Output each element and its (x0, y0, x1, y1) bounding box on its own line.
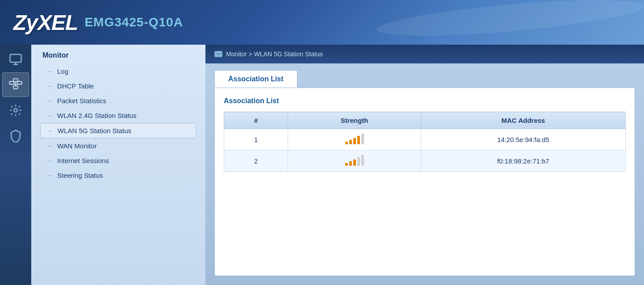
arrow-icon: → (47, 83, 52, 89)
svg-rect-12 (216, 52, 221, 56)
col-header-mac: MAC Address (421, 112, 626, 129)
table-section-title: Association List (224, 97, 626, 105)
gear-icon (9, 104, 22, 117)
sidebar-item-label: WAN Monitor (57, 142, 97, 150)
monitor-icon (9, 53, 22, 66)
cell-num: 2 (224, 151, 288, 172)
cell-mac: f0:18:98:2e:71:b7 (421, 151, 626, 172)
sidebar-item-packet-statistics[interactable]: → Packet Statistics (40, 93, 197, 108)
sidebar-icon-security[interactable] (2, 123, 29, 148)
sidebar-item-label: Packet Statistics (57, 97, 106, 105)
cell-num: 1 (224, 129, 288, 151)
arrow-icon: → (47, 128, 53, 134)
monitor-small-icon (215, 52, 222, 56)
arrow-icon: → (47, 98, 52, 104)
col-header-strength: Strength (288, 112, 421, 129)
sidebar-item-wlan5g[interactable]: → WLAN 5G Station Status (40, 123, 197, 138)
table-wrapper: Association List # Strength MAC Address … (214, 88, 635, 276)
logo-area: ZyXEL EMG3425-Q10A (13, 10, 183, 35)
sidebar-item-label: Log (57, 67, 68, 75)
arrow-icon: → (47, 113, 52, 119)
breadcrumb-icon (214, 51, 222, 57)
breadcrumb-text: Monitor > WLAN 5G Station Status (226, 50, 323, 58)
sidebar-icon-network[interactable] (2, 72, 29, 97)
col-header-num: # (224, 112, 288, 129)
sidebar-item-label: Internet Sessions (57, 157, 109, 164)
table-row: 114:20:5e:94:fa:d5 (224, 129, 626, 151)
sidebar-item-label: Steering Status (57, 172, 103, 179)
nav-section-title: Monitor (40, 51, 197, 59)
sidebar-item-steering-status[interactable]: → Steering Status (40, 168, 197, 183)
shield-icon (9, 129, 22, 142)
arrow-icon: → (47, 68, 52, 75)
cell-strength (288, 129, 421, 151)
signal-bars (345, 155, 364, 166)
svg-rect-6 (13, 86, 18, 88)
signal-bars (345, 134, 364, 144)
cell-mac: 14:20:5e:94:fa:d5 (421, 129, 626, 151)
table-row: 2f0:18:98:2e:71:b7 (224, 151, 626, 172)
sidebar-icon-settings[interactable] (2, 98, 29, 122)
svg-rect-4 (13, 79, 18, 81)
association-table: # Strength MAC Address 114:20:5e:94:fa:d… (224, 112, 626, 172)
svg-point-11 (14, 109, 17, 112)
content-area: Monitor > WLAN 5G Station Status Associa… (205, 45, 644, 285)
sidebar-item-label: DHCP Table (57, 82, 94, 90)
sidebar-item-dhcp-table[interactable]: → DHCP Table (40, 79, 197, 93)
sidebar-item-label: WLAN 2.4G Station Status (57, 112, 137, 119)
tab-container: Association List (205, 63, 644, 88)
sidebar-nav: Monitor → Log → DHCP Table → Packet Stat… (31, 45, 205, 285)
sidebar-item-log[interactable]: → Log (40, 64, 197, 79)
sidebar-item-internet-sessions[interactable]: → Internet Sessions (40, 153, 197, 168)
sidebar-item-wan-monitor[interactable]: → WAN Monitor (40, 138, 197, 153)
tab-association-list[interactable]: Association List (214, 70, 297, 88)
breadcrumb-bar: Monitor > WLAN 5G Station Status (205, 45, 644, 63)
sidebar-icon-monitor[interactable] (2, 47, 29, 71)
arrow-icon: → (47, 143, 52, 149)
arrow-icon: → (47, 172, 52, 179)
zyxel-logo: ZyXEL (13, 10, 78, 35)
arrow-icon: → (47, 158, 52, 164)
svg-rect-0 (10, 54, 21, 62)
sidebar-item-wlan24[interactable]: → WLAN 2.4G Station Status (40, 108, 197, 123)
network-icon (9, 78, 22, 92)
cell-strength (288, 151, 421, 172)
sidebar-item-label: WLAN 5G Station Status (58, 127, 131, 134)
model-name: EMG3425-Q10A (84, 15, 183, 29)
sidebar-icons (0, 45, 31, 285)
header: ZyXEL EMG3425-Q10A (0, 0, 644, 45)
main-layout: Monitor → Log → DHCP Table → Packet Stat… (0, 45, 644, 285)
